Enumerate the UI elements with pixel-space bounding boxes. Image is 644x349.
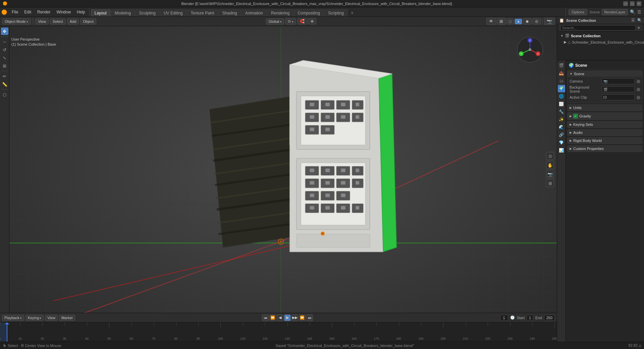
search-icon[interactable]: 🔍 bbox=[630, 9, 635, 14]
cursor-tool[interactable]: ✥ bbox=[1, 28, 8, 35]
keying-sets-header[interactable]: ▶ Keying Sets bbox=[568, 121, 642, 128]
menu-window[interactable]: Window bbox=[54, 9, 73, 15]
move-tool[interactable]: ↔ bbox=[1, 38, 8, 45]
view-menu[interactable]: View bbox=[35, 18, 49, 24]
end-frame-field[interactable]: 250 bbox=[544, 315, 555, 321]
playback-menu[interactable]: Playback bbox=[2, 315, 24, 321]
annotate-tool[interactable]: ✏ bbox=[1, 72, 8, 80]
view-layer-props-tab[interactable]: 🗂 bbox=[558, 77, 565, 85]
data-props-tab[interactable]: 📊 bbox=[558, 147, 565, 154]
tab-sculpting[interactable]: Sculpting bbox=[136, 9, 159, 16]
tab-texture-paint[interactable]: Texture Paint bbox=[187, 9, 218, 16]
rendered-mode[interactable]: ◎ bbox=[532, 18, 541, 24]
current-frame-field[interactable]: 1 bbox=[500, 315, 508, 321]
outliner-search-input[interactable] bbox=[560, 25, 636, 31]
next-keyframe-button[interactable]: ⏩ bbox=[299, 314, 306, 321]
render-button[interactable]: 📷 bbox=[544, 18, 555, 25]
camera-pick-icon[interactable]: ⊞ bbox=[637, 79, 640, 84]
prev-frame-button[interactable]: ◀ bbox=[277, 314, 283, 321]
outliner-search-icon[interactable]: 🔍 bbox=[637, 18, 642, 22]
minimize-button[interactable]: — bbox=[623, 1, 628, 6]
gizmo-toggle[interactable]: ⊞ bbox=[497, 18, 506, 25]
particles-props-tab[interactable]: ✨ bbox=[558, 116, 565, 123]
close-button[interactable]: ✕ bbox=[637, 1, 641, 6]
object-props-tab[interactable]: ⬜ bbox=[558, 100, 565, 108]
camera-field[interactable]: 📷 bbox=[602, 78, 635, 84]
tab-compositing[interactable]: Compositing bbox=[294, 9, 324, 16]
scene-section-header[interactable]: ▼ Scene bbox=[568, 71, 642, 77]
proportional-edit[interactable]: ⊕ bbox=[308, 18, 316, 24]
outliner-filter-icon[interactable]: ☰ bbox=[631, 18, 635, 22]
physics-props-tab[interactable]: 🌊 bbox=[558, 123, 565, 131]
clip-pick-icon[interactable]: ⊞ bbox=[637, 95, 640, 100]
menu-edit[interactable]: Edit bbox=[21, 9, 34, 15]
select-menu[interactable]: Select bbox=[50, 18, 66, 24]
play-button[interactable]: ▶ bbox=[284, 314, 291, 321]
window-controls[interactable]: — □ ✕ bbox=[623, 1, 641, 6]
jump-end-button[interactable]: ⏭ bbox=[306, 314, 313, 321]
looksdev-mode[interactable]: ◉ bbox=[523, 18, 532, 24]
rotate-tool[interactable]: ↺ bbox=[1, 46, 8, 53]
transform-tool[interactable]: ⊞ bbox=[1, 62, 8, 69]
custom-props-header[interactable]: ▶ Custom Properties bbox=[568, 146, 642, 152]
scene-collection-item[interactable]: ▼ 🎬 Scene Collection bbox=[558, 32, 643, 39]
overlay-toggle[interactable]: 👁 bbox=[486, 18, 496, 25]
3d-viewport[interactable]: User Perspective (1) Scene Collection | … bbox=[9, 26, 557, 313]
gravity-checkbox[interactable]: ✓ bbox=[573, 114, 578, 118]
timeline-ruler[interactable]: 1102030405060708090100110120130140150160… bbox=[0, 322, 557, 342]
solid-mode[interactable]: ● bbox=[515, 18, 522, 24]
gravity-section-header[interactable]: ▶ ✓ Gravity bbox=[568, 113, 642, 119]
zoom-to-fit-icon[interactable]: ⊙ bbox=[546, 152, 554, 160]
transform-pivot-dropdown[interactable]: ⊙ bbox=[285, 18, 296, 24]
playhead[interactable] bbox=[7, 322, 7, 342]
snap-toggle[interactable]: 🧲 bbox=[297, 18, 307, 24]
bg-scene-field[interactable]: 🎬 bbox=[602, 86, 635, 92]
tab-uv-editing[interactable]: UV Editing bbox=[160, 9, 186, 16]
add-menu[interactable]: Add bbox=[67, 18, 79, 24]
camera-view-icon[interactable]: 📷 bbox=[546, 170, 554, 178]
world-props-tab[interactable]: 🌐 bbox=[558, 93, 565, 100]
add-primitive-tool[interactable]: ⬡ bbox=[1, 91, 8, 98]
render-props-tab[interactable]: 🎬 bbox=[558, 62, 565, 69]
prev-keyframe-button[interactable]: ⏪ bbox=[269, 314, 276, 321]
view-menu-timeline[interactable]: View bbox=[45, 315, 58, 321]
start-frame-field[interactable]: 1 bbox=[527, 315, 533, 321]
grab-icon[interactable]: ✋ bbox=[546, 161, 554, 169]
constraints-props-tab[interactable]: 🔗 bbox=[558, 131, 565, 139]
bg-scene-pick-icon[interactable]: ⊞ bbox=[637, 87, 640, 92]
active-clip-field[interactable]: 🎞 bbox=[602, 94, 635, 100]
object-mode-dropdown[interactable]: Object Mode bbox=[2, 18, 31, 24]
menu-help[interactable]: Help bbox=[74, 9, 88, 15]
units-section-header[interactable]: ▶ Units bbox=[568, 105, 642, 111]
menu-file[interactable]: File bbox=[9, 9, 21, 15]
output-props-tab[interactable]: 📤 bbox=[558, 69, 565, 77]
global-dropdown[interactable]: Global bbox=[266, 18, 284, 24]
tab-animation[interactable]: Animation bbox=[241, 9, 267, 16]
tab-layout[interactable]: Layout bbox=[91, 9, 110, 16]
orthographic-view-icon[interactable]: ⊞ bbox=[546, 179, 554, 187]
outliner-item-enclosure[interactable]: ▶ △ Schneider_Electrical_Enclosure_with_… bbox=[558, 39, 643, 45]
menu-render[interactable]: Render bbox=[35, 9, 53, 15]
next-frame-button[interactable]: ▶▶ bbox=[291, 314, 298, 321]
navigation-gizmo[interactable]: Z X Y bbox=[517, 36, 543, 63]
object-menu[interactable]: Object bbox=[80, 18, 96, 24]
filter-icon[interactable]: ☰ bbox=[637, 9, 641, 14]
keying-menu[interactable]: Keying bbox=[25, 315, 44, 321]
tab-rendering[interactable]: Rendering bbox=[267, 9, 293, 16]
tab-modeling[interactable]: Modeling bbox=[111, 9, 135, 16]
marker-menu[interactable]: Marker bbox=[59, 315, 75, 321]
tab-scripting[interactable]: Scripting bbox=[324, 9, 347, 16]
audio-section-header[interactable]: ▶ Audio bbox=[568, 130, 642, 136]
wireframe-toggle[interactable]: □ bbox=[506, 18, 514, 24]
options-button[interactable]: Options bbox=[569, 9, 587, 15]
modifier-props-tab[interactable]: 🔧 bbox=[558, 108, 565, 115]
rigid-body-world-header[interactable]: ▶ Rigid Body World bbox=[568, 138, 642, 144]
scene-props-tab[interactable]: 🌍 bbox=[558, 85, 565, 92]
outliner-options-icon[interactable]: ▼ bbox=[637, 26, 641, 30]
jump-start-button[interactable]: ⏮ bbox=[262, 314, 269, 321]
material-props-tab[interactable]: 💎 bbox=[558, 139, 565, 146]
maximize-button[interactable]: □ bbox=[630, 1, 635, 6]
measure-tool[interactable]: 📏 bbox=[1, 81, 8, 88]
add-workspace-button[interactable]: + bbox=[348, 9, 356, 16]
scale-tool[interactable]: ⤡ bbox=[1, 54, 8, 61]
